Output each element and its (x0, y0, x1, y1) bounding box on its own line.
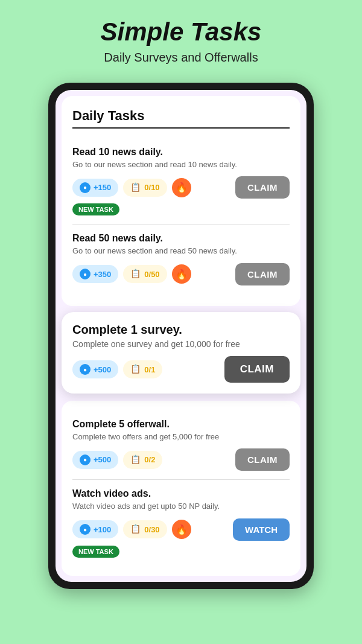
task-offerwall-desc: Complete two offers and get 5,000 for fr… (72, 432, 290, 442)
task-read-10: Read 10 news daily. Go to our news secti… (72, 138, 290, 225)
claim-button-task2[interactable]: CLAIM (235, 263, 290, 285)
claim-button-survey[interactable]: CLAIM (224, 356, 290, 383)
claim-button-task1[interactable]: CLAIM (235, 176, 290, 199)
floating-progress: 📋 0/1 (123, 360, 162, 378)
floating-survey-card: Complete 1 survey. Complete one survey a… (62, 312, 300, 394)
task-2-title: Read 50 news daily. (72, 233, 290, 244)
watch-button[interactable]: WATCH (233, 518, 290, 541)
progress-icon-offerwall: 📋 (130, 454, 141, 465)
task-2-desc: Go to our news section and read 50 news … (72, 246, 290, 257)
phone-wrapper: Daily Tasks Read 10 news daily. Go to ou… (48, 83, 314, 588)
phone-screen: Daily Tasks Read 10 news daily. Go to ou… (56, 90, 306, 581)
spacer (56, 394, 306, 401)
task-offerwall-row: ● +500 📋 0/2 CLAIM (72, 448, 290, 471)
coin-icon-offerwall: ● (80, 454, 91, 465)
task-1-coins: ● +150 (72, 179, 118, 197)
task-watch-desc: Watch video ads and get upto 50 NP daily… (72, 501, 290, 512)
daily-tasks-panel: Daily Tasks Read 10 news daily. Go to ou… (62, 96, 300, 305)
watch-coins: ● +100 (72, 520, 118, 538)
progress-icon: 📋 (130, 182, 141, 193)
coin-icon: ● (80, 182, 91, 193)
coin-icon-watch: ● (80, 524, 91, 535)
task-read-50: Read 50 news daily. Go to our news secti… (72, 225, 290, 293)
main-title: Simple Tasks (12, 18, 350, 46)
lower-tasks-panel: Complete 5 offerwall. Complete two offer… (62, 401, 300, 575)
task-1-progress: 📋 0/10 (123, 179, 167, 197)
fire-icon-watch: 🔥 (172, 520, 191, 539)
header-section: Simple Tasks Daily Surveys and Offerwall… (0, 0, 362, 77)
panel-title: Daily Tasks (72, 108, 290, 129)
progress-icon-watch: 📋 (130, 524, 141, 535)
task-2-progress: 📋 0/50 (123, 265, 167, 283)
floating-task-title: Complete 1 survey. (72, 323, 290, 337)
task-1-row: ● +150 📋 0/10 🔥 CLAIM (72, 176, 290, 199)
new-task-badge-watch: NEW TASK (72, 546, 119, 558)
progress-icon-2: 📋 (130, 269, 141, 279)
task-1-title: Read 10 news daily. (72, 147, 290, 158)
coin-icon-floating: ● (80, 364, 91, 375)
fire-icon-1: 🔥 (172, 178, 191, 197)
task-1-desc: Go to our news section and read 10 news … (72, 159, 290, 170)
fire-icon-2: 🔥 (172, 264, 191, 284)
watch-progress: 📋 0/30 (123, 520, 167, 538)
task-2-coins: ● +350 (72, 265, 118, 283)
offerwall-coins: ● +500 (72, 451, 118, 469)
task-offerwall-title: Complete 5 offerwall. (72, 419, 290, 430)
task-watch-title: Watch video ads. (72, 488, 290, 499)
floating-task-desc: Complete one survey and get 10,000 for f… (72, 339, 290, 351)
sub-title: Daily Surveys and Offerwalls (12, 51, 350, 65)
task-2-row: ● +350 📋 0/50 🔥 CLAIM (72, 263, 290, 285)
coin-icon-2: ● (80, 269, 91, 279)
claim-button-offerwall[interactable]: CLAIM (235, 448, 290, 471)
floating-coins: ● +500 (72, 360, 118, 378)
task-watch-row: ● +100 📋 0/30 🔥 WATCH (72, 518, 290, 541)
floating-task-row: ● +500 📋 0/1 CLAIM (72, 356, 290, 383)
offerwall-progress: 📋 0/2 (123, 451, 162, 469)
task-watch-video: Watch video ads. Watch video ads and get… (72, 480, 290, 566)
new-task-badge-1: NEW TASK (72, 203, 119, 215)
task-offerwall: Complete 5 offerwall. Complete two offer… (72, 410, 290, 480)
progress-icon-floating: 📋 (130, 364, 141, 375)
